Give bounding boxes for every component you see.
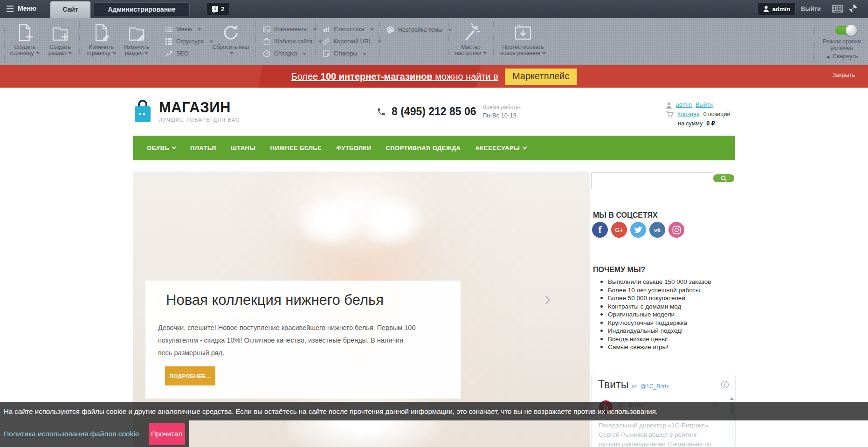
promo-link[interactable]: Более 100 интернет-магазинов можно найти… [291, 71, 498, 82]
debug-button[interactable]: Отладка [263, 50, 306, 57]
topbar-logout-button[interactable]: Выйти [801, 5, 821, 12]
slide-content-card: Новая коллекция нижнего белья Девочки, с… [145, 281, 461, 399]
debug-label: Отладка [274, 50, 297, 57]
list-item: Самые свежие игры! [600, 343, 711, 351]
collapse-toolbar-button[interactable]: Свернуть [827, 53, 858, 60]
promo-close-button[interactable]: Закрыть [833, 72, 855, 78]
toolbar-divider [210, 21, 210, 62]
structure-button[interactable]: Структура [165, 38, 213, 45]
hours-label: Время работы: [482, 104, 522, 110]
nav-item-shoes[interactable]: ОБУВЬ [147, 144, 176, 151]
header-logout-link[interactable]: Выйти [696, 101, 713, 110]
edit-mode-label: Режим правки включен [819, 38, 865, 51]
seo-label: SEO [176, 50, 188, 57]
toolbar-divider [255, 21, 256, 62]
theme-settings-button[interactable]: Настройка темы [386, 26, 452, 34]
pin-icon[interactable] [848, 4, 858, 13]
photo-highlight [295, 195, 365, 246]
edit-mode-toggle[interactable] [835, 26, 854, 34]
cookie-accept-button[interactable]: Прочитал [149, 423, 185, 445]
slide-more-button[interactable]: ПОДРОБНЕЕ... [165, 366, 215, 385]
toolbar-divider [493, 21, 494, 62]
user-icon [763, 6, 769, 12]
test-solution-button[interactable]: Протестировать новое решение [495, 22, 551, 56]
working-hours: Время работы: Пн-Вс 10-19 [482, 103, 522, 119]
tweets-header: Твиты от @1C_Bitrix i [592, 374, 735, 395]
site-logo[interactable]: МАГАЗИН ЛУЧШИЕ ТОВАРЫ ДЛЯ ВАС [133, 100, 240, 123]
search-button[interactable] [713, 174, 734, 182]
slider-prev-arrow[interactable]: ‹ [156, 289, 163, 308]
statistics-button[interactable]: Статистика [323, 26, 374, 33]
slider-next-arrow[interactable]: › [544, 289, 551, 308]
components-button[interactable]: Компоненты [263, 26, 317, 33]
admin-toolbar: Создать страницу Создать раздел Изменить… [0, 18, 868, 65]
cart-link[interactable]: Корзина [677, 110, 700, 119]
header-admin-link[interactable]: admin [676, 101, 692, 110]
promo-text-suffix: можно найти в [433, 71, 498, 82]
edit-page-label: Изменить страницу [86, 44, 114, 56]
nav-item-sportswear[interactable]: СПОРТИВНАЯ ОДЕЖДА [386, 144, 461, 151]
link-icon [323, 38, 330, 45]
vk-icon[interactable]: vk [649, 222, 665, 238]
edit-section-button[interactable]: Изменить раздел [117, 22, 157, 56]
reset-cache-button[interactable]: Сбросить кеш [211, 22, 251, 56]
toolbar-divider [79, 21, 80, 62]
debug-gauge-icon [263, 50, 270, 57]
dropdown-caret-icon [318, 41, 322, 43]
cart-count: 0 позиций [703, 110, 730, 119]
marketplace-button[interactable]: Маркетплейс [505, 69, 577, 85]
site-template-button[interactable]: Шаблон сайта [263, 38, 322, 45]
menu-settings-button[interactable]: Меню [165, 26, 201, 33]
info-icon[interactable]: i [721, 381, 729, 388]
nav-item-dresses[interactable]: ПЛАТЬЯ [190, 144, 216, 151]
facebook-icon[interactable]: f [592, 222, 608, 238]
topbar-user-button[interactable]: admin [758, 2, 796, 15]
nav-item-underwear[interactable]: НИЖНЕЕ БЕЛЬЕ [270, 144, 322, 151]
dropdown-caret-icon [145, 52, 148, 55]
statistics-label: Статистика [334, 26, 365, 33]
twitter-icon[interactable] [630, 222, 646, 238]
dropdown-caret-icon [363, 53, 366, 55]
stickers-button[interactable]: Стикеры [323, 50, 366, 57]
list-item: Более 10 лет успешной работы [600, 286, 711, 295]
create-section-button[interactable]: Создать раздел [40, 22, 80, 56]
seo-button[interactable]: SEO [165, 50, 188, 57]
cart-sum-label: на сумму [678, 119, 703, 128]
scroll-up-icon[interactable] [730, 397, 734, 400]
tab-administration[interactable]: Администрирование [94, 2, 190, 16]
promo-text-bold: 100 интернет-магазинов [321, 71, 433, 82]
edit-page-button[interactable]: Изменить страницу [81, 22, 121, 56]
social-icons-row: f G+ vk [592, 222, 684, 238]
short-url-label: Короткий URL [334, 38, 372, 45]
tab-site[interactable]: Сайт [50, 1, 90, 18]
header-phone: 8 (495) 212 85 06 [377, 105, 476, 118]
photo-highlight [356, 195, 426, 246]
dropdown-caret-icon [370, 28, 374, 31]
notifications-badge[interactable]: 2 [207, 2, 230, 15]
google-plus-icon[interactable]: G+ [611, 222, 627, 238]
nav-item-accessories[interactable]: АКСЕССУАРЫ [475, 144, 526, 151]
phone-number[interactable]: 8 (495) 212 85 06 [392, 105, 476, 118]
seo-chart-icon [165, 50, 172, 57]
nav-item-tshirts[interactable]: ФУТБОЛКИ [336, 144, 371, 151]
toolbar-divider [315, 21, 316, 62]
logo-title: МАГАЗИН [159, 100, 240, 116]
user-icon [666, 102, 672, 109]
tweets-account-link[interactable]: @1C_Bitrix [641, 383, 669, 390]
nav-item-pants[interactable]: ШТАНЫ [231, 144, 256, 151]
cookie-message: На сайте используются файлы cookie и дру… [4, 407, 658, 415]
keyboard-icon[interactable] [832, 4, 844, 13]
page-edit-icon [91, 22, 111, 43]
short-url-button[interactable]: Короткий URL [323, 38, 381, 45]
search-input[interactable] [591, 172, 713, 189]
bar-chart-icon [323, 26, 330, 33]
cookie-policy-link[interactable]: Политика использования файлов cookie [4, 430, 139, 438]
list-item: Более 50 000 покупателей [600, 294, 711, 303]
clipboard-icon [263, 38, 270, 45]
dropdown-caret-icon [303, 53, 306, 55]
hamburger-menu-icon[interactable] [7, 6, 14, 12]
instagram-icon[interactable] [668, 222, 684, 238]
topbar-menu-button[interactable]: Меню [18, 5, 36, 12]
settings-wizard-button[interactable]: Мастер настройки [451, 22, 491, 56]
create-page-button[interactable]: Создать страницу [5, 22, 45, 56]
